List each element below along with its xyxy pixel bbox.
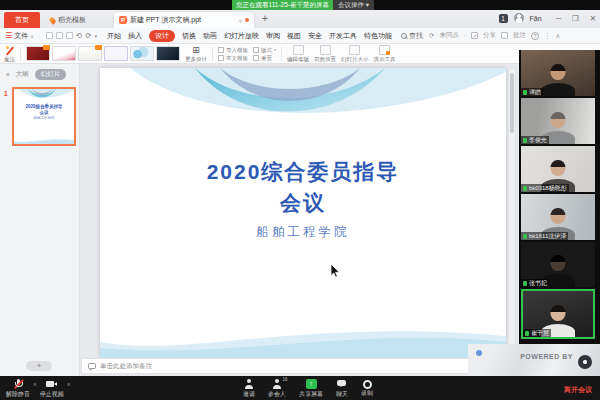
- design-thumbnail[interactable]: [52, 46, 76, 61]
- add-slide-button[interactable]: +: [26, 361, 52, 371]
- tab-design[interactable]: 设计: [149, 30, 175, 42]
- meeting-bar-left: 解除静音 ∧ 停止视频 ∧: [6, 379, 70, 397]
- find-button[interactable]: 查找: [401, 31, 423, 41]
- unmute-button[interactable]: 解除静音: [6, 379, 30, 397]
- slide-canvas[interactable]: 2020综合委员指导 会议 船舶工程学院: [100, 68, 506, 358]
- minimize-button[interactable]: ─: [556, 14, 561, 23]
- participants-button[interactable]: 16 参会人: [268, 379, 286, 397]
- save-icon[interactable]: [46, 32, 53, 39]
- video-tile[interactable]: 谭皓: [521, 50, 595, 96]
- invite-button[interactable]: 邀请: [243, 379, 255, 397]
- pin-icon[interactable]: ▿: [239, 17, 242, 24]
- notes-bar[interactable]: 单击此处添加备注: [81, 358, 470, 374]
- help-icon[interactable]: ?: [531, 32, 539, 40]
- design-thumbnail[interactable]: [156, 46, 180, 61]
- design-thumbnail[interactable]: [130, 46, 154, 61]
- mic-active-icon: [523, 186, 527, 191]
- camera-logo-icon: [578, 355, 592, 369]
- tab-transition[interactable]: 切换: [182, 31, 196, 41]
- tab-review[interactable]: 审阅: [266, 31, 280, 41]
- screen-recorder-watermark: POWERED BY: [468, 344, 600, 377]
- share-screen-button[interactable]: ↑ 共享屏幕: [299, 379, 323, 397]
- tab-devtools[interactable]: 开发工具: [329, 31, 357, 41]
- tab-start[interactable]: 开始: [107, 31, 121, 41]
- unsaved-dot-icon: [245, 18, 249, 22]
- tab-animation[interactable]: 动画: [203, 31, 217, 41]
- present-tools-icon: [379, 45, 390, 55]
- tab-view[interactable]: 视图: [287, 31, 301, 41]
- user-name[interactable]: Fān: [530, 15, 542, 22]
- reset-button[interactable]: 重置: [253, 55, 276, 61]
- tab-features[interactable]: 特色功能: [364, 31, 392, 41]
- vertical-scrollbar[interactable]: ⁞: [508, 68, 516, 358]
- more-designs-button[interactable]: ⊞ 更多设计: [185, 46, 207, 62]
- tab-home[interactable]: 首页: [4, 12, 40, 28]
- more-chevron-icon[interactable]: ▾: [94, 33, 97, 39]
- present-tools-button[interactable]: 演示工具: [374, 45, 396, 62]
- tab-templates[interactable]: 稻壳模板: [46, 12, 90, 28]
- import-template-button[interactable]: 导入模板: [218, 47, 248, 53]
- print-icon[interactable]: [56, 32, 63, 39]
- participant-label: bk1611沈伊泽: [521, 232, 568, 240]
- edit-master-button[interactable]: 编辑母版: [287, 45, 309, 62]
- stop-video-button[interactable]: 停止视频: [40, 379, 64, 397]
- comment-button[interactable]: 批注: [513, 31, 526, 40]
- more-designs-label: 更多设计: [185, 56, 207, 62]
- leave-meeting-button[interactable]: 离开会议: [564, 385, 592, 395]
- thumbnail-wave-graphic: [14, 89, 74, 101]
- tab-insert[interactable]: 插入: [128, 31, 142, 41]
- video-tile-active-speaker[interactable]: 崔千慧: [521, 289, 595, 339]
- record-circle-icon: [363, 380, 372, 389]
- tab-document[interactable]: P 新建 PPT 演示文稿.ppt ▿: [114, 12, 254, 28]
- mic-active-icon: [523, 90, 527, 95]
- tab-security[interactable]: 安全: [308, 31, 322, 41]
- maximize-button[interactable]: ❐: [572, 14, 579, 23]
- user-avatar[interactable]: [514, 13, 524, 23]
- tab-slideshow[interactable]: 幻灯片放映: [224, 31, 259, 41]
- video-tile[interactable]: bk0318杨晓彤: [521, 146, 595, 192]
- mic-options-chevron[interactable]: ∧: [33, 381, 37, 387]
- scrollbar-thumb[interactable]: [510, 73, 514, 133]
- video-tile[interactable]: 李俊光: [521, 98, 595, 144]
- participant-label: 李俊光: [521, 136, 549, 144]
- tab-outline[interactable]: 大纲: [16, 70, 29, 79]
- undo-icon[interactable]: ⟲: [76, 31, 82, 40]
- design-toolbar: 魔法 ⊞ 更多设计 导入模板 本文模板: [0, 44, 600, 64]
- file-menu[interactable]: ☰ 文件 ∨: [5, 31, 34, 41]
- collapse-panel-icon[interactable]: «: [6, 71, 10, 78]
- close-button[interactable]: ✕: [590, 14, 596, 23]
- file-menu-label: 文件: [14, 31, 28, 41]
- sync-status[interactable]: 未同步: [439, 31, 459, 40]
- camera-options-chevron[interactable]: ∧: [67, 381, 71, 387]
- notification-badge[interactable]: 1: [499, 14, 508, 23]
- slide-subtitle[interactable]: 船舶工程学院: [100, 224, 506, 241]
- mic-active-icon: [523, 234, 527, 239]
- invite-person-icon: [245, 379, 254, 389]
- design-thumbnail[interactable]: [78, 46, 102, 61]
- chat-button[interactable]: 聊天: [336, 379, 348, 397]
- collapse-ribbon-icon[interactable]: ∧: [556, 32, 561, 40]
- meeting-actions-button[interactable]: 会议操作 ▾: [333, 0, 374, 10]
- video-tile[interactable]: bk1611沈伊泽: [521, 194, 595, 240]
- page-setup-button[interactable]: 页面设置: [314, 45, 336, 62]
- layout-button[interactable]: 版式 ▾: [253, 47, 276, 53]
- slide-title[interactable]: 2020综合委员指导 会议: [100, 156, 506, 218]
- design-thumbnail[interactable]: [26, 46, 50, 61]
- design-thumbnail[interactable]: [104, 46, 128, 61]
- preview-icon[interactable]: [66, 32, 73, 39]
- slide-size-button[interactable]: 幻灯片大小: [341, 45, 369, 62]
- kebab-icon[interactable]: ⋮: [544, 32, 551, 40]
- menubar-right: ⟳ 未同步 · ↗ 分享 批注 ? ⋮ ∧: [429, 31, 560, 40]
- redo-icon[interactable]: ⟳: [85, 31, 91, 40]
- ribbon-tabs: 开始 插入 设计 切换 动画 幻灯片放映 审阅 视图 安全 开发工具 特色功能: [107, 30, 392, 42]
- text-template-button[interactable]: 本文模板: [218, 55, 248, 61]
- thumbnail-bottom-wave: [14, 136, 74, 144]
- share-button[interactable]: 分享: [483, 31, 496, 40]
- new-tab-button[interactable]: +: [262, 13, 268, 24]
- meeting-control-bar: 解除静音 ∧ 停止视频 ∧ 邀请 16 参会人 ↑ 共享屏幕: [0, 376, 600, 400]
- video-tile[interactable]: 张书妃: [521, 242, 595, 287]
- magic-beautify-button[interactable]: 魔法: [4, 46, 15, 62]
- tab-slides[interactable]: 幻灯片: [35, 69, 67, 80]
- record-button[interactable]: 录制: [361, 379, 373, 397]
- slide-thumbnail[interactable]: 2020综合委员指导 会议 船舶工程学院: [12, 87, 76, 146]
